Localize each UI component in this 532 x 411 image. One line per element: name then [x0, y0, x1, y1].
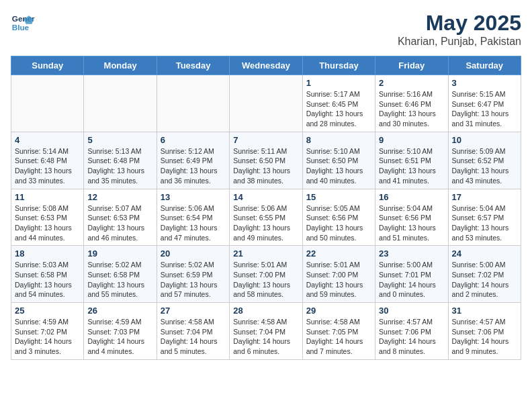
weekday-header: Sunday: [11, 56, 84, 75]
day-info: Sunrise: 5:12 AM Sunset: 6:49 PM Dayligh…: [161, 146, 226, 186]
weekday-header: Tuesday: [157, 56, 229, 75]
day-info: Sunrise: 5:13 AM Sunset: 6:48 PM Dayligh…: [87, 146, 152, 186]
day-number: 5: [87, 135, 152, 145]
calendar-week-row: 25Sunrise: 4:59 AM Sunset: 7:02 PM Dayli…: [11, 303, 521, 360]
calendar-cell: 12Sunrise: 5:07 AM Sunset: 6:53 PM Dayli…: [84, 189, 157, 246]
day-number: 30: [379, 306, 444, 316]
calendar-cell: 13Sunrise: 5:06 AM Sunset: 6:54 PM Dayli…: [157, 189, 229, 246]
weekday-header: Wednesday: [230, 56, 302, 75]
day-info: Sunrise: 4:57 AM Sunset: 7:06 PM Dayligh…: [452, 317, 517, 357]
day-number: 3: [452, 78, 517, 88]
day-info: Sunrise: 5:05 AM Sunset: 6:56 PM Dayligh…: [306, 203, 371, 243]
day-info: Sunrise: 5:16 AM Sunset: 6:46 PM Dayligh…: [379, 89, 444, 129]
day-info: Sunrise: 4:58 AM Sunset: 7:04 PM Dayligh…: [233, 317, 298, 357]
day-info: Sunrise: 5:04 AM Sunset: 6:56 PM Dayligh…: [379, 203, 444, 243]
day-info: Sunrise: 5:10 AM Sunset: 6:50 PM Dayligh…: [306, 146, 371, 186]
page-header: General Blue May 2025 Kharian, Punjab, P…: [11, 11, 521, 48]
day-number: 18: [15, 248, 80, 259]
day-info: Sunrise: 5:01 AM Sunset: 7:00 PM Dayligh…: [233, 260, 298, 300]
calendar-cell: 19Sunrise: 5:02 AM Sunset: 6:58 PM Dayli…: [84, 246, 157, 303]
calendar-cell: 28Sunrise: 4:58 AM Sunset: 7:04 PM Dayli…: [230, 303, 302, 360]
day-info: Sunrise: 5:06 AM Sunset: 6:55 PM Dayligh…: [233, 203, 298, 243]
calendar-cell: 7Sunrise: 5:11 AM Sunset: 6:50 PM Daylig…: [230, 132, 302, 189]
day-info: Sunrise: 5:06 AM Sunset: 6:54 PM Dayligh…: [161, 203, 226, 243]
day-number: 7: [233, 135, 298, 145]
day-number: 19: [87, 248, 152, 259]
calendar-cell: 10Sunrise: 5:09 AM Sunset: 6:52 PM Dayli…: [448, 132, 521, 189]
calendar-cell: 6Sunrise: 5:12 AM Sunset: 6:49 PM Daylig…: [157, 132, 229, 189]
day-number: 15: [306, 192, 371, 202]
day-info: Sunrise: 5:14 AM Sunset: 6:48 PM Dayligh…: [15, 146, 80, 186]
calendar-cell: 20Sunrise: 5:02 AM Sunset: 6:59 PM Dayli…: [157, 246, 229, 303]
calendar-cell: 18Sunrise: 5:03 AM Sunset: 6:58 PM Dayli…: [11, 246, 84, 303]
calendar-cell: 23Sunrise: 5:00 AM Sunset: 7:01 PM Dayli…: [375, 246, 448, 303]
day-number: 9: [379, 135, 444, 145]
day-number: 27: [161, 306, 226, 316]
calendar-cell: [84, 75, 157, 132]
calendar-cell: 31Sunrise: 4:57 AM Sunset: 7:06 PM Dayli…: [448, 303, 521, 360]
day-number: 21: [233, 248, 298, 259]
day-number: 2: [379, 78, 444, 88]
page-subtitle: Kharian, Punjab, Pakistan: [398, 36, 521, 48]
day-number: 22: [306, 248, 371, 259]
day-info: Sunrise: 5:00 AM Sunset: 7:02 PM Dayligh…: [452, 260, 517, 300]
day-info: Sunrise: 5:02 AM Sunset: 6:58 PM Dayligh…: [87, 260, 152, 300]
day-number: 17: [452, 192, 517, 202]
day-info: Sunrise: 4:57 AM Sunset: 7:06 PM Dayligh…: [379, 317, 444, 357]
day-info: Sunrise: 5:01 AM Sunset: 7:00 PM Dayligh…: [306, 260, 371, 300]
page-title: May 2025: [398, 11, 521, 36]
calendar-table: SundayMondayTuesdayWednesdayThursdayFrid…: [11, 56, 521, 360]
day-info: Sunrise: 4:58 AM Sunset: 7:05 PM Dayligh…: [306, 317, 371, 357]
day-info: Sunrise: 5:03 AM Sunset: 6:58 PM Dayligh…: [15, 260, 80, 300]
day-info: Sunrise: 5:09 AM Sunset: 6:52 PM Dayligh…: [452, 146, 517, 186]
calendar-cell: 29Sunrise: 4:58 AM Sunset: 7:05 PM Dayli…: [302, 303, 375, 360]
day-number: 29: [306, 306, 371, 316]
day-number: 1: [306, 78, 371, 88]
day-info: Sunrise: 5:00 AM Sunset: 7:01 PM Dayligh…: [379, 260, 444, 300]
day-number: 11: [15, 192, 80, 202]
calendar-cell: 14Sunrise: 5:06 AM Sunset: 6:55 PM Dayli…: [230, 189, 302, 246]
weekday-header: Friday: [375, 56, 448, 75]
calendar-cell: 3Sunrise: 5:15 AM Sunset: 6:47 PM Daylig…: [448, 75, 521, 132]
day-number: 28: [233, 306, 298, 316]
day-number: 8: [306, 135, 371, 145]
calendar-cell: 15Sunrise: 5:05 AM Sunset: 6:56 PM Dayli…: [302, 189, 375, 246]
day-info: Sunrise: 4:59 AM Sunset: 7:03 PM Dayligh…: [87, 317, 152, 357]
day-info: Sunrise: 5:11 AM Sunset: 6:50 PM Dayligh…: [233, 146, 298, 186]
calendar-week-row: 4Sunrise: 5:14 AM Sunset: 6:48 PM Daylig…: [11, 132, 521, 189]
day-number: 24: [452, 248, 517, 259]
calendar-cell: 27Sunrise: 4:58 AM Sunset: 7:04 PM Dayli…: [157, 303, 229, 360]
day-number: 16: [379, 192, 444, 202]
day-number: 14: [233, 192, 298, 202]
calendar-week-row: 1Sunrise: 5:17 AM Sunset: 6:45 PM Daylig…: [11, 75, 521, 132]
day-info: Sunrise: 4:58 AM Sunset: 7:04 PM Dayligh…: [161, 317, 226, 357]
logo-icon: General Blue: [11, 11, 35, 35]
calendar-cell: 21Sunrise: 5:01 AM Sunset: 7:00 PM Dayli…: [230, 246, 302, 303]
calendar-cell: 25Sunrise: 4:59 AM Sunset: 7:02 PM Dayli…: [11, 303, 84, 360]
day-number: 20: [161, 248, 226, 259]
calendar-week-row: 18Sunrise: 5:03 AM Sunset: 6:58 PM Dayli…: [11, 246, 521, 303]
weekday-header-row: SundayMondayTuesdayWednesdayThursdayFrid…: [11, 56, 521, 75]
day-info: Sunrise: 4:59 AM Sunset: 7:02 PM Dayligh…: [15, 317, 80, 357]
calendar-cell: 9Sunrise: 5:10 AM Sunset: 6:51 PM Daylig…: [375, 132, 448, 189]
day-info: Sunrise: 5:15 AM Sunset: 6:47 PM Dayligh…: [452, 89, 517, 129]
day-info: Sunrise: 5:02 AM Sunset: 6:59 PM Dayligh…: [161, 260, 226, 300]
day-number: 12: [87, 192, 152, 202]
day-number: 25: [15, 306, 80, 316]
logo: General Blue: [11, 11, 35, 35]
day-info: Sunrise: 5:07 AM Sunset: 6:53 PM Dayligh…: [87, 203, 152, 243]
day-number: 13: [161, 192, 226, 202]
day-number: 6: [161, 135, 226, 145]
day-number: 23: [379, 248, 444, 259]
calendar-cell: 30Sunrise: 4:57 AM Sunset: 7:06 PM Dayli…: [375, 303, 448, 360]
calendar-cell: [157, 75, 229, 132]
day-info: Sunrise: 5:04 AM Sunset: 6:57 PM Dayligh…: [452, 203, 517, 243]
calendar-cell: 11Sunrise: 5:08 AM Sunset: 6:53 PM Dayli…: [11, 189, 84, 246]
calendar-cell: 8Sunrise: 5:10 AM Sunset: 6:50 PM Daylig…: [302, 132, 375, 189]
day-info: Sunrise: 5:10 AM Sunset: 6:51 PM Dayligh…: [379, 146, 444, 186]
day-info: Sunrise: 5:08 AM Sunset: 6:53 PM Dayligh…: [15, 203, 80, 243]
calendar-week-row: 11Sunrise: 5:08 AM Sunset: 6:53 PM Dayli…: [11, 189, 521, 246]
calendar-cell: 5Sunrise: 5:13 AM Sunset: 6:48 PM Daylig…: [84, 132, 157, 189]
calendar-cell: [11, 75, 84, 132]
weekday-header: Thursday: [302, 56, 375, 75]
